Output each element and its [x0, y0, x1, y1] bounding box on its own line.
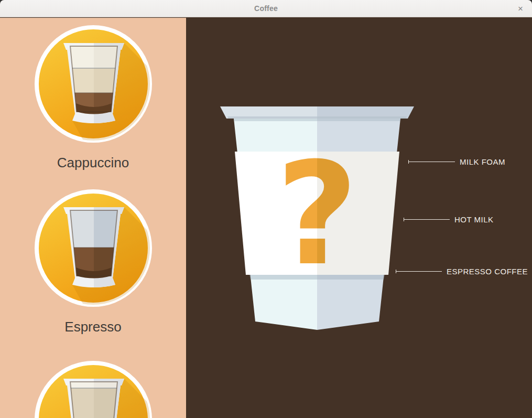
- callout-text: MILK FOAM: [460, 157, 505, 166]
- sidebar-drink-list: Cappuccino: [0, 18, 186, 418]
- callout-milk-foam: MILK FOAM: [408, 156, 505, 167]
- diagram-panel: ? MILK FOAM HOT MILK ESPRESSO COFFEE: [186, 18, 532, 418]
- sidebar-item-latte[interactable]: [0, 359, 186, 418]
- cappuccino-cup-icon: [33, 24, 154, 144]
- callout-text: ESPRESSO COFFEE: [447, 267, 528, 276]
- callout-line: [396, 271, 442, 272]
- lid-edge-line: [227, 116, 407, 119]
- app-window: Coffee ×: [0, 0, 532, 418]
- latte-cup-icon: [33, 359, 154, 418]
- callout-line: [408, 162, 455, 162]
- callout-line: [404, 219, 450, 220]
- window-title: Coffee: [254, 4, 278, 13]
- question-mark: ?: [276, 132, 359, 297]
- close-button[interactable]: ×: [512, 0, 529, 17]
- sidebar-item-cappuccino[interactable]: Cappuccino: [0, 24, 186, 171]
- under-lid-shadow: [234, 119, 400, 121]
- window-content: Cappuccino: [0, 18, 532, 418]
- callout-text: HOT MILK: [454, 215, 494, 224]
- callout-espresso-coffee: ESPRESSO COFFEE: [396, 265, 528, 277]
- espresso-cup-icon: [33, 188, 154, 308]
- titlebar: Coffee ×: [0, 0, 532, 17]
- sidebar-item-espresso[interactable]: Espresso: [0, 188, 186, 335]
- drink-label-espresso: Espresso: [0, 319, 186, 335]
- drink-label-cappuccino: Cappuccino: [0, 155, 186, 171]
- callout-hot-milk: HOT MILK: [404, 213, 494, 225]
